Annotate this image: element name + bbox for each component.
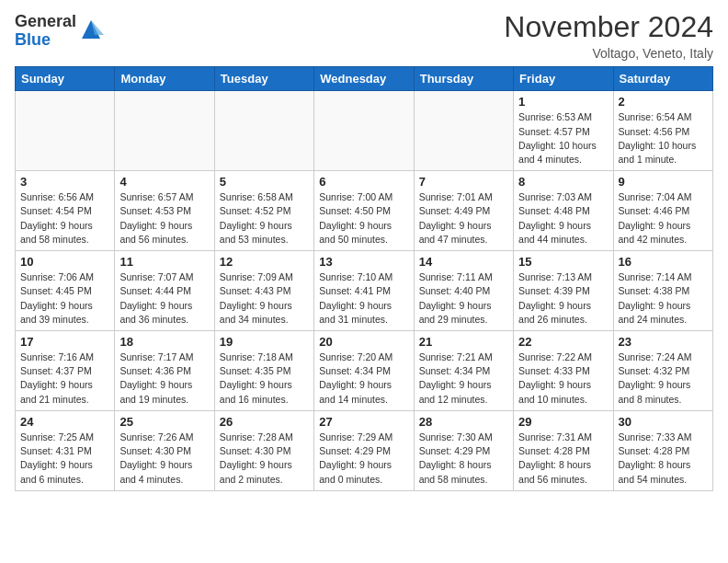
day-info: Sunrise: 7:22 AM Sunset: 4:33 PM Dayligh… bbox=[518, 350, 608, 407]
weekday-header-thursday: Thursday bbox=[414, 67, 513, 91]
logo-line1: General bbox=[15, 13, 76, 31]
calendar-cell: 27Sunrise: 7:29 AM Sunset: 4:29 PM Dayli… bbox=[314, 410, 414, 490]
day-number: 8 bbox=[518, 175, 608, 189]
day-number: 9 bbox=[619, 175, 708, 189]
calendar-cell: 18Sunrise: 7:17 AM Sunset: 4:36 PM Dayli… bbox=[115, 331, 214, 411]
day-info: Sunrise: 6:56 AM Sunset: 4:54 PM Dayligh… bbox=[20, 190, 109, 247]
day-info: Sunrise: 6:58 AM Sunset: 4:52 PM Dayligh… bbox=[220, 190, 309, 247]
day-info: Sunrise: 7:31 AM Sunset: 4:28 PM Dayligh… bbox=[518, 431, 608, 487]
calendar-table: SundayMondayTuesdayWednesdayThursdayFrid… bbox=[15, 66, 713, 490]
calendar-cell bbox=[414, 91, 513, 171]
weekday-header-monday: Monday bbox=[115, 67, 214, 91]
day-info: Sunrise: 7:20 AM Sunset: 4:34 PM Dayligh… bbox=[319, 350, 408, 407]
day-info: Sunrise: 7:21 AM Sunset: 4:34 PM Dayligh… bbox=[419, 350, 508, 407]
calendar-cell: 24Sunrise: 7:25 AM Sunset: 4:31 PM Dayli… bbox=[16, 410, 115, 490]
day-number: 13 bbox=[319, 255, 408, 269]
location: Voltago, Veneto, Italy bbox=[504, 46, 713, 61]
day-number: 23 bbox=[619, 335, 708, 349]
day-info: Sunrise: 7:11 AM Sunset: 4:40 PM Dayligh… bbox=[419, 270, 508, 327]
day-number: 15 bbox=[518, 255, 608, 269]
calendar-cell bbox=[115, 91, 214, 171]
calendar-cell: 13Sunrise: 7:10 AM Sunset: 4:41 PM Dayli… bbox=[314, 251, 414, 331]
calendar-cell: 17Sunrise: 7:16 AM Sunset: 4:37 PM Dayli… bbox=[16, 331, 115, 411]
day-info: Sunrise: 7:00 AM Sunset: 4:50 PM Dayligh… bbox=[319, 190, 408, 247]
day-number: 25 bbox=[119, 415, 209, 429]
day-info: Sunrise: 7:10 AM Sunset: 4:41 PM Dayligh… bbox=[319, 270, 408, 327]
day-info: Sunrise: 7:33 AM Sunset: 4:28 PM Dayligh… bbox=[619, 431, 708, 487]
day-number: 1 bbox=[518, 95, 608, 109]
calendar-cell: 2Sunrise: 6:54 AM Sunset: 4:56 PM Daylig… bbox=[613, 91, 712, 171]
calendar-cell: 28Sunrise: 7:30 AM Sunset: 4:29 PM Dayli… bbox=[414, 410, 513, 490]
day-number: 7 bbox=[419, 175, 508, 189]
day-number: 17 bbox=[20, 335, 109, 349]
day-info: Sunrise: 7:06 AM Sunset: 4:45 PM Dayligh… bbox=[20, 270, 109, 327]
month-title: November 2024 bbox=[504, 9, 713, 44]
header: General Blue November 2024 Voltago, Vene… bbox=[15, 9, 713, 61]
day-number: 16 bbox=[619, 255, 708, 269]
day-info: Sunrise: 7:26 AM Sunset: 4:30 PM Dayligh… bbox=[119, 431, 209, 487]
calendar-cell: 6Sunrise: 7:00 AM Sunset: 4:50 PM Daylig… bbox=[314, 171, 414, 251]
day-info: Sunrise: 7:01 AM Sunset: 4:49 PM Dayligh… bbox=[419, 190, 508, 247]
day-info: Sunrise: 7:09 AM Sunset: 4:43 PM Dayligh… bbox=[220, 270, 309, 327]
logo: General Blue bbox=[15, 13, 104, 50]
day-info: Sunrise: 7:07 AM Sunset: 4:44 PM Dayligh… bbox=[119, 270, 209, 327]
day-info: Sunrise: 7:18 AM Sunset: 4:35 PM Dayligh… bbox=[220, 350, 309, 407]
day-info: Sunrise: 6:57 AM Sunset: 4:53 PM Dayligh… bbox=[119, 190, 209, 247]
day-number: 11 bbox=[119, 255, 209, 269]
weekday-header-sunday: Sunday bbox=[16, 67, 115, 91]
calendar-cell: 3Sunrise: 6:56 AM Sunset: 4:54 PM Daylig… bbox=[16, 171, 115, 251]
title-area: November 2024 Voltago, Veneto, Italy bbox=[504, 9, 713, 61]
calendar-cell: 22Sunrise: 7:22 AM Sunset: 4:33 PM Dayli… bbox=[514, 331, 613, 411]
day-info: Sunrise: 7:28 AM Sunset: 4:30 PM Dayligh… bbox=[220, 431, 309, 487]
weekday-header-saturday: Saturday bbox=[613, 67, 712, 91]
calendar-cell: 30Sunrise: 7:33 AM Sunset: 4:28 PM Dayli… bbox=[613, 410, 712, 490]
weekday-header-friday: Friday bbox=[514, 67, 613, 91]
calendar-cell: 11Sunrise: 7:07 AM Sunset: 4:44 PM Dayli… bbox=[115, 251, 214, 331]
weekday-header-wednesday: Wednesday bbox=[314, 67, 414, 91]
day-number: 6 bbox=[319, 175, 408, 189]
day-number: 24 bbox=[20, 415, 109, 429]
day-info: Sunrise: 7:17 AM Sunset: 4:36 PM Dayligh… bbox=[119, 350, 209, 407]
logo-icon bbox=[78, 17, 104, 42]
day-number: 20 bbox=[319, 335, 408, 349]
calendar-cell: 20Sunrise: 7:20 AM Sunset: 4:34 PM Dayli… bbox=[314, 331, 414, 411]
day-info: Sunrise: 7:13 AM Sunset: 4:39 PM Dayligh… bbox=[518, 270, 608, 327]
calendar-week-row: 1Sunrise: 6:53 AM Sunset: 4:57 PM Daylig… bbox=[16, 91, 713, 171]
day-number: 12 bbox=[220, 255, 309, 269]
day-number: 18 bbox=[119, 335, 209, 349]
day-info: Sunrise: 6:54 AM Sunset: 4:56 PM Dayligh… bbox=[619, 110, 708, 167]
calendar-cell bbox=[314, 91, 414, 171]
calendar-cell: 16Sunrise: 7:14 AM Sunset: 4:38 PM Dayli… bbox=[613, 251, 712, 331]
weekday-header-tuesday: Tuesday bbox=[214, 67, 313, 91]
day-number: 28 bbox=[419, 415, 508, 429]
calendar-cell: 25Sunrise: 7:26 AM Sunset: 4:30 PM Dayli… bbox=[115, 410, 214, 490]
calendar-week-row: 10Sunrise: 7:06 AM Sunset: 4:45 PM Dayli… bbox=[16, 251, 713, 331]
calendar-cell: 8Sunrise: 7:03 AM Sunset: 4:48 PM Daylig… bbox=[514, 171, 613, 251]
day-number: 21 bbox=[419, 335, 508, 349]
calendar-cell: 26Sunrise: 7:28 AM Sunset: 4:30 PM Dayli… bbox=[214, 410, 313, 490]
day-number: 2 bbox=[619, 95, 708, 109]
day-number: 10 bbox=[20, 255, 109, 269]
calendar-cell: 14Sunrise: 7:11 AM Sunset: 4:40 PM Dayli… bbox=[414, 251, 513, 331]
calendar-cell: 21Sunrise: 7:21 AM Sunset: 4:34 PM Dayli… bbox=[414, 331, 513, 411]
logo-line2: Blue bbox=[15, 31, 76, 50]
day-number: 4 bbox=[119, 175, 209, 189]
calendar-cell bbox=[16, 91, 115, 171]
calendar-week-row: 17Sunrise: 7:16 AM Sunset: 4:37 PM Dayli… bbox=[16, 331, 713, 411]
calendar-cell bbox=[214, 91, 313, 171]
day-number: 5 bbox=[220, 175, 309, 189]
day-info: Sunrise: 7:25 AM Sunset: 4:31 PM Dayligh… bbox=[20, 431, 109, 487]
day-info: Sunrise: 7:03 AM Sunset: 4:48 PM Dayligh… bbox=[518, 190, 608, 247]
calendar-cell: 4Sunrise: 6:57 AM Sunset: 4:53 PM Daylig… bbox=[115, 171, 214, 251]
day-number: 27 bbox=[319, 415, 408, 429]
calendar-cell: 7Sunrise: 7:01 AM Sunset: 4:49 PM Daylig… bbox=[414, 171, 513, 251]
day-info: Sunrise: 7:16 AM Sunset: 4:37 PM Dayligh… bbox=[20, 350, 109, 407]
day-number: 3 bbox=[20, 175, 109, 189]
day-info: Sunrise: 7:14 AM Sunset: 4:38 PM Dayligh… bbox=[619, 270, 708, 327]
calendar-cell: 12Sunrise: 7:09 AM Sunset: 4:43 PM Dayli… bbox=[214, 251, 313, 331]
calendar-cell: 19Sunrise: 7:18 AM Sunset: 4:35 PM Dayli… bbox=[214, 331, 313, 411]
day-number: 14 bbox=[419, 255, 508, 269]
calendar-cell: 29Sunrise: 7:31 AM Sunset: 4:28 PM Dayli… bbox=[514, 410, 613, 490]
day-info: Sunrise: 7:30 AM Sunset: 4:29 PM Dayligh… bbox=[419, 431, 508, 487]
calendar-week-row: 3Sunrise: 6:56 AM Sunset: 4:54 PM Daylig… bbox=[16, 171, 713, 251]
